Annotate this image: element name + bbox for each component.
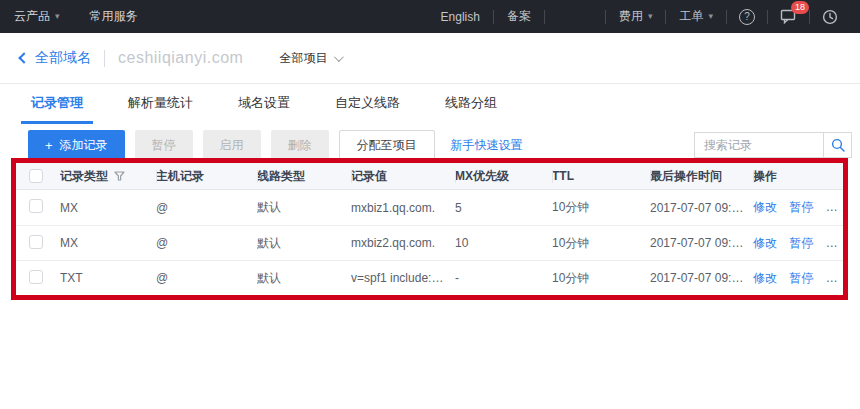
back-link-label: 全部域名 — [35, 49, 91, 67]
record-mx-priority: 10 — [455, 236, 552, 250]
nav-cloud-products-label: 云产品 — [14, 8, 50, 25]
header-record-value: 记录值 — [351, 163, 455, 190]
project-selector[interactable]: 全部项目 — [279, 50, 341, 67]
record-type: MX — [60, 236, 156, 250]
pause-link[interactable]: 暂停 — [789, 271, 813, 285]
record-ttl: 10分钟 — [552, 235, 650, 252]
tab-label: 解析量统计 — [128, 95, 193, 110]
header-label: TTL — [552, 169, 574, 183]
delete-label: 删除 — [288, 137, 312, 154]
header-label: MX优先级 — [455, 169, 509, 183]
modify-link[interactable]: 修改 — [753, 236, 777, 250]
nav-common-services-label: 常用服务 — [90, 8, 138, 25]
nav-common-services[interactable]: 常用服务 — [90, 8, 138, 25]
tab-record-management[interactable]: 记录管理 — [21, 84, 93, 124]
delete-button[interactable]: 删除 — [271, 130, 329, 160]
search-icon — [831, 138, 845, 152]
row-checkbox[interactable] — [29, 199, 43, 213]
tab-resolution-stats[interactable]: 解析量统计 — [118, 84, 203, 124]
tab-bar: 记录管理 解析量统计 域名设置 自定义线路 线路分组 — [0, 84, 860, 124]
record-value: mxbiz2.qq.com. — [351, 236, 455, 250]
delete-link[interactable]: 删除 — [826, 271, 844, 285]
pause-button[interactable]: 暂停 — [135, 130, 193, 160]
search-button[interactable] — [823, 133, 851, 157]
messages-button[interactable]: 18 — [768, 9, 809, 24]
record-last-modified: 2017-07-07 09:52:23 — [650, 271, 753, 285]
nav-english[interactable]: English — [428, 10, 493, 24]
modify-link[interactable]: 修改 — [753, 271, 777, 285]
clock-icon — [822, 9, 838, 25]
record-line: 默认 — [257, 270, 351, 287]
row-checkbox-cell — [16, 235, 60, 252]
header-label: 操作 — [753, 169, 777, 183]
delete-link[interactable]: 删除 — [826, 200, 844, 214]
record-host: @ — [156, 201, 257, 215]
add-record-button[interactable]: + 添加记录 — [28, 130, 125, 160]
project-selector-label: 全部项目 — [279, 50, 327, 67]
modify-link[interactable]: 修改 — [753, 200, 777, 214]
record-host: @ — [156, 271, 257, 285]
pause-link[interactable]: 暂停 — [789, 236, 813, 250]
enable-button[interactable]: 启用 — [203, 130, 261, 160]
record-mx-priority: 5 — [455, 201, 552, 215]
divider — [104, 50, 105, 67]
record-ttl: 10分钟 — [552, 270, 650, 287]
header-label: 主机记录 — [156, 169, 204, 183]
table-header-row: 记录类型 主机记录 线路类型 记录值 MX优先级 TTL 最后操作时间 操作 — [16, 163, 844, 190]
help-icon: ? — [739, 9, 755, 25]
header-label: 线路类型 — [257, 169, 305, 183]
row-checkbox[interactable] — [29, 270, 43, 284]
header-record-type: 记录类型 — [60, 163, 156, 190]
domain-name: ceshiiqianyi.com — [118, 49, 243, 67]
back-to-all-domains-link[interactable]: 全部域名 — [20, 49, 91, 67]
nav-english-label: English — [441, 10, 480, 24]
breadcrumb: 全部域名 ceshiiqianyi.com 全部项目 — [0, 33, 860, 84]
record-last-modified: 2017-07-07 09:52:23 — [650, 201, 753, 215]
nav-beian[interactable]: 备案 — [494, 8, 544, 25]
search-box — [694, 132, 852, 158]
row-checkbox-cell — [16, 199, 60, 216]
quick-setup-link[interactable]: 新手快速设置 — [451, 137, 523, 154]
chevron-down-icon — [334, 52, 344, 62]
delete-link[interactable]: 删除 — [826, 236, 844, 250]
table-row: MX @ 默认 mxbiz1.qq.com. 5 10分钟 2017-07-07… — [16, 190, 844, 225]
pause-link[interactable]: 暂停 — [789, 200, 813, 214]
record-type: TXT — [60, 271, 156, 285]
tab-label: 自定义线路 — [335, 95, 400, 110]
record-value: mxbiz1.qq.com. — [351, 201, 455, 215]
nav-cloud-products[interactable]: 云产品 ▾ — [14, 8, 60, 25]
records-table: 记录类型 主机记录 线路类型 记录值 MX优先级 TTL 最后操作时间 操作 M… — [16, 163, 844, 295]
record-line: 默认 — [257, 235, 351, 252]
header-label: 最后操作时间 — [650, 169, 722, 183]
record-line: 默认 — [257, 199, 351, 216]
select-all-checkbox[interactable] — [29, 169, 43, 183]
header-mx-priority: MX优先级 — [455, 163, 552, 190]
assign-to-project-button[interactable]: 分配至项目 — [339, 130, 435, 160]
nav-ticket-label: 工单 — [679, 8, 703, 25]
nav-fee[interactable]: 费用 ▾ — [606, 8, 666, 25]
toolbar-buttons: + 添加记录 暂停 启用 删除 分配至项目 新手快速设置 — [28, 130, 523, 160]
record-host: @ — [156, 236, 257, 250]
nav-ticket[interactable]: 工单 ▾ — [666, 8, 726, 25]
add-record-label: 添加记录 — [60, 137, 108, 154]
filter-icon[interactable] — [114, 171, 125, 181]
record-type: MX — [60, 201, 156, 215]
history-button[interactable] — [810, 9, 850, 25]
chevron-left-icon — [18, 52, 29, 63]
enable-label: 启用 — [220, 137, 244, 154]
caret-down-icon: ▾ — [55, 12, 60, 21]
tab-custom-lines[interactable]: 自定义线路 — [325, 84, 410, 124]
tab-label: 线路分组 — [445, 95, 497, 110]
nav-fee-label: 费用 — [619, 8, 643, 25]
tab-domain-settings[interactable]: 域名设置 — [228, 84, 300, 124]
row-checkbox-cell — [16, 270, 60, 287]
help-button[interactable]: ? — [727, 9, 767, 25]
caret-down-icon: ▾ — [648, 12, 653, 21]
nav-beian-label: 备案 — [507, 8, 531, 25]
search-input[interactable] — [695, 138, 823, 152]
record-mx-priority: - — [455, 271, 552, 285]
record-value: v=spf1 include:spf.... — [351, 271, 455, 285]
message-count-badge: 18 — [791, 1, 809, 14]
row-checkbox[interactable] — [29, 235, 43, 249]
tab-line-groups[interactable]: 线路分组 — [435, 84, 507, 124]
